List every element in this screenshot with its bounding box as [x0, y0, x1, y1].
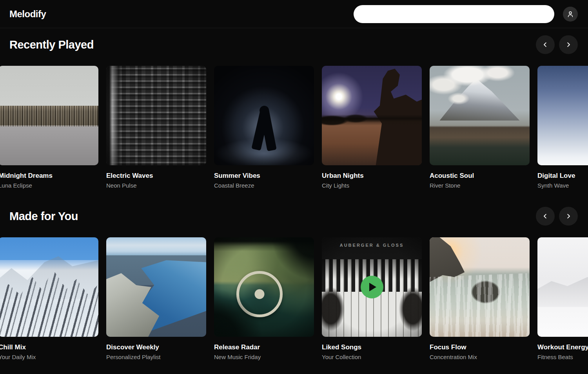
- playlist-subtitle: Coastal Breeze: [214, 182, 314, 189]
- section-title: Made for You: [9, 210, 78, 223]
- playlist-subtitle: Personalized Playlist: [106, 354, 206, 360]
- playlist-cover-art: [537, 237, 588, 337]
- carousel-controls: [536, 207, 578, 226]
- playlist-subtitle: Synth Wave: [537, 182, 588, 189]
- playlist-title: Discover Weekly: [106, 343, 206, 351]
- section-made-for-you: Made for You Chill Mix Your Daily Mix: [0, 200, 588, 360]
- top-bar: Melodify: [0, 0, 588, 28]
- playlist-title: Liked Songs: [322, 343, 422, 351]
- playlist-cover-art: [537, 66, 588, 165]
- profile-button[interactable]: [563, 7, 578, 22]
- playlist-card[interactable]: Electric Waves Neon Pulse: [106, 66, 206, 189]
- play-button[interactable]: [361, 276, 383, 298]
- playlist-cover-art: [106, 237, 206, 337]
- playlist-title: Summer Vibes: [214, 172, 314, 180]
- playlist-title: Midnight Dreams: [0, 172, 98, 180]
- playlist-title: Release Radar: [214, 343, 314, 351]
- carousel-prev-button[interactable]: [536, 207, 555, 226]
- chevron-right-icon: [565, 41, 572, 48]
- playlist-cover-art: AUBERGER & GLOSS: [322, 237, 422, 337]
- playlist-cover-art: [0, 237, 98, 337]
- section-header: Made for You: [0, 207, 588, 226]
- content: Recently Played Midnight Dreams Luna E: [0, 28, 588, 360]
- playlist-card[interactable]: Chill Mix Your Daily Mix: [0, 237, 98, 360]
- playlist-subtitle: Neon Pulse: [106, 182, 206, 189]
- card-row: Midnight Dreams Luna Eclipse Electric Wa…: [0, 66, 588, 189]
- playlist-card[interactable]: Summer Vibes Coastal Breeze: [214, 66, 314, 189]
- chevron-left-icon: [542, 41, 549, 48]
- carousel-controls: [536, 35, 578, 54]
- playlist-title: Focus Flow: [430, 343, 530, 351]
- playlist-title: Workout Energy: [537, 343, 588, 351]
- playlist-cover-art: [106, 66, 206, 165]
- playlist-cover-art: [214, 66, 314, 165]
- carousel-prev-button[interactable]: [536, 35, 555, 54]
- playlist-title: Digital Love: [537, 172, 588, 180]
- playlist-card[interactable]: Acoustic Soul River Stone: [430, 66, 530, 189]
- playlist-subtitle: Your Daily Mix: [0, 354, 98, 360]
- playlist-card[interactable]: Discover Weekly Personalized Playlist: [106, 237, 206, 360]
- playlist-card[interactable]: Focus Flow Concentration Mix: [430, 237, 530, 360]
- playlist-subtitle: Fitness Beats: [537, 354, 588, 360]
- playlist-subtitle: New Music Friday: [214, 354, 314, 360]
- playlist-cover-art: [430, 66, 530, 165]
- playlist-cover-art: [0, 66, 98, 165]
- playlist-cover-art: [322, 66, 422, 165]
- playlist-card[interactable]: Release Radar New Music Friday: [214, 237, 314, 360]
- playlist-title: Chill Mix: [0, 343, 98, 351]
- card-row: Chill Mix Your Daily Mix Discover Weekly…: [0, 237, 588, 360]
- search-input[interactable]: [354, 5, 554, 23]
- carousel-next-button[interactable]: [559, 35, 578, 54]
- playlist-card[interactable]: Digital Love Synth Wave: [537, 66, 588, 189]
- playlist-title: Acoustic Soul: [430, 172, 530, 180]
- playlist-card[interactable]: Urban Nights City Lights: [322, 66, 422, 189]
- playlist-subtitle: River Stone: [430, 182, 530, 189]
- user-icon: [566, 10, 574, 18]
- playlist-subtitle: Luna Eclipse: [0, 182, 98, 189]
- section-header: Recently Played: [0, 35, 588, 54]
- carousel-next-button[interactable]: [559, 207, 578, 226]
- playlist-cover-art: [214, 237, 314, 337]
- playlist-card[interactable]: Workout Energy Fitness Beats: [537, 237, 588, 360]
- chevron-left-icon: [542, 213, 549, 220]
- chevron-right-icon: [565, 213, 572, 220]
- playlist-subtitle: Concentration Mix: [430, 354, 530, 360]
- play-icon: [369, 283, 376, 291]
- playlist-title: Urban Nights: [322, 172, 422, 180]
- playlist-subtitle: Your Collection: [322, 354, 422, 360]
- section-recently-played: Recently Played Midnight Dreams Luna E: [0, 28, 588, 189]
- cover-art-caption: AUBERGER & GLOSS: [322, 243, 422, 248]
- playlist-subtitle: City Lights: [322, 182, 422, 189]
- app-logo: Melodify: [9, 9, 46, 20]
- section-title: Recently Played: [9, 38, 94, 51]
- playlist-card[interactable]: AUBERGER & GLOSS Liked Songs Your Collec…: [322, 237, 422, 360]
- playlist-title: Electric Waves: [106, 172, 206, 180]
- playlist-cover-art: [430, 237, 530, 337]
- playlist-card[interactable]: Midnight Dreams Luna Eclipse: [0, 66, 98, 189]
